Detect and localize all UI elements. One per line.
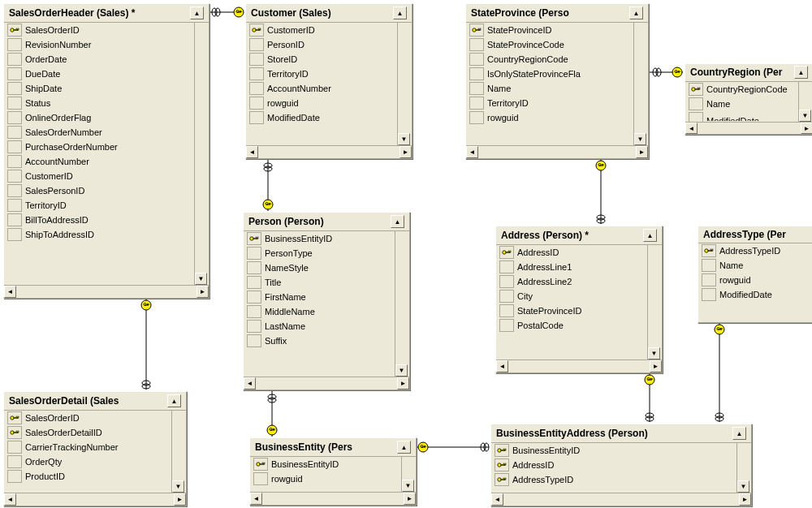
column-row[interactable]: SalesOrderID bbox=[6, 411, 171, 425]
column-row[interactable]: StateProvinceID bbox=[498, 304, 647, 318]
scroll-track[interactable] bbox=[16, 286, 197, 298]
column-row[interactable]: OrderDate bbox=[6, 52, 194, 67]
column-row[interactable]: PostalCode bbox=[498, 318, 647, 333]
table-stateprovince[interactable]: StateProvince (Perso▲StateProvinceIDStat… bbox=[465, 3, 649, 159]
scroll-down-button[interactable]: ▼ bbox=[402, 480, 414, 492]
table-businessentity[interactable]: BusinessEntity (Pers▲BusinessEntityIDrow… bbox=[249, 437, 417, 506]
scroll-left-button[interactable]: ◄ bbox=[4, 493, 16, 506]
scroll-track[interactable] bbox=[258, 146, 400, 158]
scroll-up-button[interactable]: ▲ bbox=[167, 394, 181, 407]
column-row[interactable]: BusinessEntityID bbox=[252, 457, 401, 471]
column-row[interactable]: ProductID bbox=[6, 469, 171, 484]
vertical-scrollbar[interactable]: ▼ bbox=[633, 23, 646, 145]
column-row[interactable]: SalesOrderDetailID bbox=[6, 425, 171, 440]
scroll-left-button[interactable]: ◄ bbox=[246, 146, 258, 158]
horizontal-scrollbar[interactable]: ◄► bbox=[4, 493, 186, 506]
column-row[interactable]: TerritoryID bbox=[248, 67, 397, 81]
table-title[interactable]: BusinessEntityAddress (Person)▲ bbox=[491, 424, 751, 443]
column-row[interactable]: BusinessEntityID bbox=[493, 443, 736, 458]
vertical-scrollbar[interactable]: ▼ bbox=[395, 231, 408, 377]
scroll-right-button[interactable]: ► bbox=[636, 146, 648, 158]
scroll-up-button[interactable]: ▲ bbox=[629, 6, 643, 19]
table-title[interactable]: StateProvince (Perso▲ bbox=[466, 4, 648, 23]
scroll-down-button[interactable]: ▼ bbox=[395, 364, 408, 377]
vertical-scrollbar[interactable]: ▼ bbox=[171, 411, 184, 493]
column-row[interactable]: StoreID bbox=[248, 52, 397, 67]
vertical-scrollbar[interactable]: ▼ bbox=[401, 457, 414, 492]
column-row[interactable]: BusinessEntityID bbox=[245, 231, 395, 246]
column-row[interactable]: Name bbox=[687, 97, 798, 111]
column-row[interactable]: RevisionNumber bbox=[6, 37, 194, 52]
horizontal-scrollbar[interactable]: ◄► bbox=[244, 377, 409, 390]
scroll-up-button[interactable]: ▲ bbox=[732, 427, 746, 440]
vertical-scrollbar[interactable]: ▼ bbox=[397, 23, 410, 145]
horizontal-scrollbar[interactable]: ◄► bbox=[685, 122, 812, 134]
scroll-down-button[interactable]: ▼ bbox=[737, 480, 749, 493]
vertical-scrollbar[interactable]: ▼ bbox=[736, 443, 749, 493]
column-row[interactable]: rowguid bbox=[252, 471, 401, 486]
scroll-up-button[interactable]: ▲ bbox=[794, 66, 808, 79]
column-row[interactable]: CountryRegionCode bbox=[468, 52, 633, 67]
scroll-left-button[interactable]: ◄ bbox=[496, 360, 508, 372]
horizontal-scrollbar[interactable]: ◄► bbox=[496, 359, 662, 372]
column-row[interactable]: PersonType bbox=[245, 246, 395, 260]
column-row[interactable]: NameStyle bbox=[245, 260, 395, 275]
scroll-up-button[interactable]: ▲ bbox=[391, 215, 404, 228]
column-row[interactable]: SalesPersonID bbox=[6, 183, 194, 198]
table-addresstype[interactable]: AddressType (PerAddressTypeIDNamerowguid… bbox=[698, 226, 812, 323]
scroll-up-button[interactable]: ▲ bbox=[393, 6, 407, 19]
column-row[interactable]: StateProvinceCode bbox=[468, 37, 633, 52]
scroll-up-button[interactable]: ▲ bbox=[397, 441, 411, 454]
scroll-right-button[interactable]: ► bbox=[397, 377, 409, 390]
table-title[interactable]: AddressType (Per bbox=[698, 226, 812, 243]
scroll-down-button[interactable]: ▼ bbox=[195, 273, 207, 285]
scroll-down-button[interactable]: ▼ bbox=[648, 347, 660, 359]
scroll-left-button[interactable]: ◄ bbox=[491, 493, 503, 506]
scroll-track[interactable] bbox=[256, 377, 397, 390]
column-row[interactable]: FirstName bbox=[245, 290, 395, 304]
column-row[interactable]: AddressID bbox=[498, 245, 647, 260]
scroll-right-button[interactable]: ► bbox=[650, 360, 662, 372]
column-row[interactable]: AccountNumber bbox=[6, 154, 194, 169]
column-row[interactable]: OrderQty bbox=[6, 454, 171, 469]
column-row[interactable]: BillToAddressID bbox=[6, 213, 194, 227]
column-row[interactable]: ModifiedDate bbox=[687, 111, 798, 123]
scroll-track[interactable] bbox=[508, 360, 650, 372]
table-salesorderheader[interactable]: SalesOrderHeader (Sales) *▲SalesOrderIDR… bbox=[3, 3, 209, 299]
table-customer[interactable]: Customer (Sales)▲CustomerIDPersonIDStore… bbox=[245, 3, 412, 159]
scroll-left-button[interactable]: ◄ bbox=[685, 123, 698, 134]
column-row[interactable]: CountryRegionCode bbox=[687, 82, 798, 97]
column-row[interactable]: PersonID bbox=[248, 37, 397, 52]
column-row[interactable]: SalesOrderID bbox=[6, 23, 194, 37]
table-title[interactable]: BusinessEntity (Pers▲ bbox=[250, 438, 416, 457]
column-row[interactable]: rowguid bbox=[700, 273, 811, 287]
column-row[interactable]: SalesOrderNumber bbox=[6, 125, 194, 140]
column-row[interactable]: CustomerID bbox=[248, 23, 397, 37]
horizontal-scrollbar[interactable]: ◄► bbox=[4, 285, 209, 298]
scroll-track[interactable] bbox=[698, 123, 801, 134]
column-row[interactable]: rowguid bbox=[468, 110, 633, 125]
column-row[interactable]: Name bbox=[700, 258, 811, 273]
column-row[interactable]: ModifiedDate bbox=[248, 110, 397, 125]
table-title[interactable]: SalesOrderHeader (Sales) *▲ bbox=[4, 4, 209, 23]
horizontal-scrollbar[interactable]: ◄► bbox=[466, 145, 648, 158]
horizontal-scrollbar[interactable]: ◄► bbox=[491, 493, 751, 506]
table-title[interactable]: CountryRegion (Per▲ bbox=[685, 64, 812, 82]
column-row[interactable]: CustomerID bbox=[6, 169, 194, 183]
table-address[interactable]: Address (Person) *▲AddressIDAddressLine1… bbox=[495, 226, 663, 373]
horizontal-scrollbar[interactable]: ◄► bbox=[246, 145, 412, 158]
column-row[interactable]: Title bbox=[245, 275, 395, 290]
column-row[interactable]: AddressLine1 bbox=[498, 260, 647, 274]
column-row[interactable]: Status bbox=[6, 96, 194, 110]
table-businessentityaddress[interactable]: BusinessEntityAddress (Person)▲BusinessE… bbox=[490, 424, 752, 506]
scroll-right-button[interactable]: ► bbox=[174, 493, 186, 506]
scroll-left-button[interactable]: ◄ bbox=[244, 377, 256, 390]
table-title[interactable]: Address (Person) *▲ bbox=[496, 226, 662, 245]
column-row[interactable]: DueDate bbox=[6, 67, 194, 81]
column-row[interactable]: rowguid bbox=[248, 96, 397, 110]
column-row[interactable]: PurchaseOrderNumber bbox=[6, 140, 194, 154]
scroll-down-button[interactable]: ▼ bbox=[172, 480, 184, 493]
column-row[interactable]: City bbox=[498, 289, 647, 304]
column-row[interactable]: AddressLine2 bbox=[498, 274, 647, 289]
scroll-down-button[interactable]: ▼ bbox=[398, 133, 410, 145]
